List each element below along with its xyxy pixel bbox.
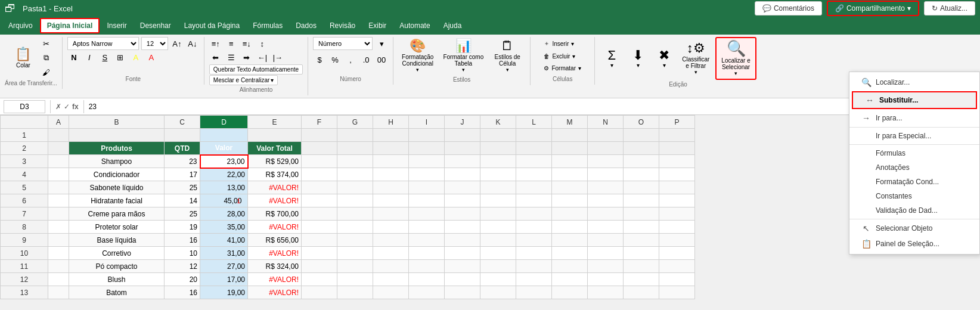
cell-G2[interactable] xyxy=(337,142,373,155)
cell-N12[interactable] xyxy=(588,273,624,286)
cell-M8[interactable] xyxy=(552,221,588,234)
menu-arquivo[interactable]: Arquivo xyxy=(2,19,39,32)
cell-C5[interactable]: 25 xyxy=(165,181,200,194)
row-header-6[interactable]: 6 xyxy=(1,194,48,207)
cell-J2[interactable] xyxy=(445,142,480,155)
cell-A4[interactable] xyxy=(48,168,69,181)
col-header-G[interactable]: G xyxy=(337,116,373,129)
merge-center-button[interactable]: Mesclar e Centralizar ▾ xyxy=(209,75,278,85)
cell-L13[interactable] xyxy=(516,286,552,299)
col-header-J[interactable]: J xyxy=(445,116,480,129)
cell-D8[interactable]: 35,00 xyxy=(200,221,248,234)
insert-cells-button[interactable]: ＋ Inserir ▾ xyxy=(540,37,578,50)
cell-D6[interactable]: 45,001 xyxy=(200,194,248,207)
cell-D4[interactable]: 22,00 xyxy=(200,168,248,181)
row-header-5[interactable]: 5 xyxy=(1,181,48,194)
font-decrease-btn[interactable]: A↓ xyxy=(186,37,199,50)
cell-O3[interactable] xyxy=(624,155,659,168)
cell-O1[interactable] xyxy=(624,129,659,142)
currency-btn[interactable]: $ xyxy=(313,53,326,66)
dropdown-item-anotacoes[interactable]: Anotações xyxy=(849,160,979,175)
align-top-right-btn[interactable]: ≡↓ xyxy=(240,37,253,50)
cell-O6[interactable] xyxy=(624,194,659,207)
cell-L9[interactable] xyxy=(516,234,552,247)
cell-L1[interactable] xyxy=(516,129,552,142)
cell-I6[interactable] xyxy=(409,194,445,207)
cell-N11[interactable] xyxy=(588,260,624,273)
cell-O11[interactable] xyxy=(624,260,659,273)
cell-P4[interactable] xyxy=(659,168,695,181)
cell-J3[interactable] xyxy=(445,155,480,168)
cell-J9[interactable] xyxy=(445,234,480,247)
row-header-9[interactable]: 9 xyxy=(1,234,48,247)
cell-F5[interactable] xyxy=(302,181,337,194)
cell-D3[interactable]: 23,00 xyxy=(200,155,248,168)
cell-M1[interactable] xyxy=(552,129,588,142)
cell-A5[interactable] xyxy=(48,181,69,194)
cell-M10[interactable] xyxy=(552,247,588,260)
dropdown-item-substituir[interactable]: ↔Substituir... xyxy=(852,91,977,109)
cell-N9[interactable] xyxy=(588,234,624,247)
cell-F9[interactable] xyxy=(302,234,337,247)
cell-B6[interactable]: Hidratante facial xyxy=(69,194,165,207)
cell-K12[interactable] xyxy=(480,273,516,286)
row-header-13[interactable]: 13 xyxy=(1,286,48,299)
dropdown-item-constantes[interactable]: Constantes xyxy=(849,189,979,203)
cell-reference-input[interactable] xyxy=(4,100,45,113)
cell-E12[interactable]: #VALOR! xyxy=(248,273,302,286)
cell-E7[interactable]: R$ 700,00 xyxy=(248,207,302,221)
wrap-text-button[interactable]: Quebrar Texto Automaticamente xyxy=(209,64,303,75)
cell-K11[interactable] xyxy=(480,260,516,273)
cell-N10[interactable] xyxy=(588,247,624,260)
cell-L10[interactable] xyxy=(516,247,552,260)
cell-P10[interactable] xyxy=(659,247,695,260)
cell-J13[interactable] xyxy=(445,286,480,299)
comment-button[interactable]: 💬 Comentários xyxy=(755,1,822,16)
cell-K6[interactable] xyxy=(480,194,516,207)
cell-G4[interactable] xyxy=(337,168,373,181)
col-header-M[interactable]: M xyxy=(552,116,588,129)
cell-C4[interactable]: 17 xyxy=(165,168,200,181)
cell-H4[interactable] xyxy=(373,168,409,181)
cell-G13[interactable] xyxy=(337,286,373,299)
cell-M4[interactable] xyxy=(552,168,588,181)
cell-F2[interactable] xyxy=(302,142,337,155)
menu-inserir[interactable]: Inserir xyxy=(101,19,132,32)
col-header-N[interactable]: N xyxy=(588,116,624,129)
cell-C13[interactable]: 16 xyxy=(165,286,200,299)
col-header-O[interactable]: O xyxy=(624,116,659,129)
row-header-11[interactable]: 11 xyxy=(1,260,48,273)
cell-H8[interactable] xyxy=(373,221,409,234)
paintbrush-button[interactable]: 🖌 xyxy=(40,66,53,79)
cell-F12[interactable] xyxy=(302,273,337,286)
underline-button[interactable]: S xyxy=(98,51,111,64)
fill-button[interactable]: ⬇ ▾ xyxy=(626,46,650,71)
cell-J10[interactable] xyxy=(445,247,480,260)
dropdown-item-painel-selecao[interactable]: 📋Painel de Seleção... xyxy=(849,236,979,252)
cell-E5[interactable]: #VALOR! xyxy=(248,181,302,194)
cell-G9[interactable] xyxy=(337,234,373,247)
cell-I4[interactable] xyxy=(409,168,445,181)
cell-N7[interactable] xyxy=(588,207,624,221)
cell-K13[interactable] xyxy=(480,286,516,299)
col-header-H[interactable]: H xyxy=(373,116,409,129)
cell-I13[interactable] xyxy=(409,286,445,299)
decimal-decrease-btn[interactable]: 00 xyxy=(375,53,388,66)
cell-G12[interactable] xyxy=(337,273,373,286)
cell-G10[interactable] xyxy=(337,247,373,260)
cell-J4[interactable] xyxy=(445,168,480,181)
cell-A7[interactable] xyxy=(48,207,69,221)
cell-K5[interactable] xyxy=(480,181,516,194)
cell-A9[interactable] xyxy=(48,234,69,247)
align-top-center-btn[interactable]: ≡ xyxy=(225,37,238,50)
col-header-F[interactable]: F xyxy=(302,116,337,129)
align-left-btn[interactable]: ⬅ xyxy=(209,51,222,64)
cell-B3[interactable]: Shampoo xyxy=(69,155,165,168)
cell-B8[interactable]: Protetor solar xyxy=(69,221,165,234)
italic-button[interactable]: I xyxy=(83,51,96,64)
cell-O5[interactable] xyxy=(624,181,659,194)
cell-J5[interactable] xyxy=(445,181,480,194)
menu-desenhar[interactable]: Desenhar xyxy=(134,19,177,32)
cell-M11[interactable] xyxy=(552,260,588,273)
cell-F8[interactable] xyxy=(302,221,337,234)
